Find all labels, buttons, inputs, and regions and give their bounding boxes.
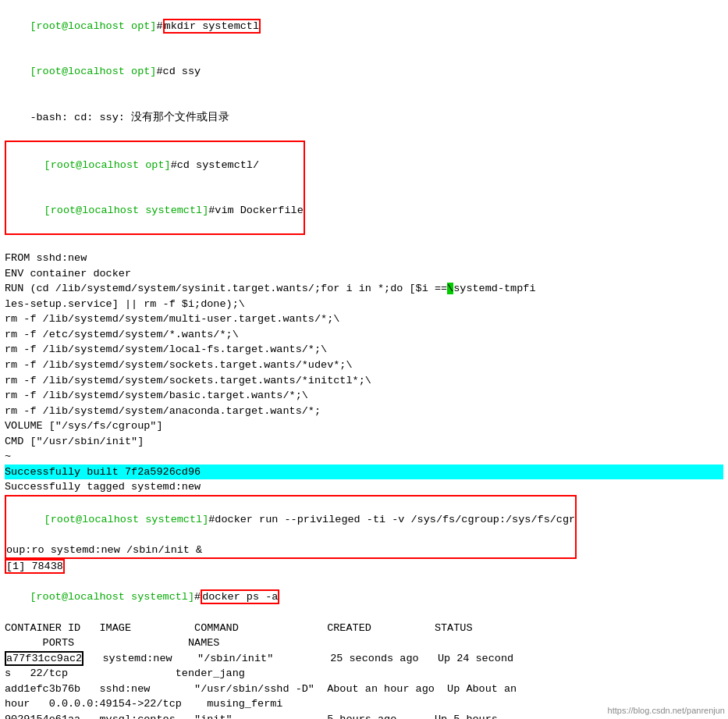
line-success-tagged: Successfully tagged systemd:new: [5, 479, 723, 495]
line-error: -bash: cd: ssy: 没有那个文件或目录: [5, 94, 723, 141]
line-docker-run1: [root@localhost systemctl]#docker run --…: [6, 497, 575, 543]
job-number-box: [1] 78438: [5, 559, 65, 574]
docker-ps-cmd: docker ps -a: [201, 589, 279, 604]
line-cd-systemctl: [root@localhost opt]#cd systemctl/: [6, 142, 304, 188]
dockerfile-rm4: rm -f /lib/systemd/system/sockets.target…: [5, 358, 723, 373]
dockerfile-env: ENV container docker: [5, 266, 723, 282]
table-row-1a: a77f31cc9ac2 systemd:new "/sbin/init" 25…: [5, 651, 723, 667]
highlight-backslash: \: [447, 283, 453, 294]
boxed-docker-run: [root@localhost systemctl]#docker run --…: [5, 495, 577, 559]
cmd-mkdir: mkdir systemctl: [163, 19, 261, 34]
dockerfile-tilde: ~: [5, 449, 723, 465]
container-id-1: a77f31cc9ac2: [5, 651, 83, 666]
table-row-2a: add1efc3b76b sshd:new "/usr/sbin/sshd -D…: [5, 682, 723, 697]
line-success-built: Successfully built 7f2a5926cd96: [5, 465, 723, 480]
dockerfile-from: FROM sshd:new: [5, 251, 723, 266]
dockerfile-rm1: rm -f /lib/systemd/system/multi-user.tar…: [5, 311, 723, 327]
blank-line: [5, 235, 723, 251]
dockerfile-rm7: rm -f /lib/systemd/system/anaconda.targe…: [5, 404, 723, 419]
dockerfile-run2: les-setup.service] || rm -f $i;done);\: [5, 297, 723, 312]
line-mkdir: [root@localhost opt]#mkdir systemctl: [5, 3, 723, 49]
dockerfile-rm3: rm -f /lib/systemd/system/local-fs.targe…: [5, 342, 723, 358]
dockerfile-rm2: rm -f /etc/systemd/system/*.wants/*;\: [5, 327, 723, 343]
dockerfile-cmd: CMD ["/usr/sbin/init"]: [5, 434, 723, 450]
dockerfile-run1: RUN (cd /lib/systemd/system/sysinit.targ…: [5, 281, 723, 297]
prompt-1: [root@localhost opt]: [30, 20, 156, 32]
table-row-1b: s 22/tcp tender_jang: [5, 666, 723, 682]
line-cd-ssy: [root@localhost opt]#cd ssy: [5, 49, 723, 95]
table-header-row2: PORTS NAMES: [5, 635, 723, 651]
watermark: https://blog.csdn.net/panrenjun: [608, 705, 725, 717]
dockerfile-rm6: rm -f /lib/systemd/system/basic.target.w…: [5, 388, 723, 404]
line-docker-run2: oup:ro systemd:new /sbin/init &: [6, 543, 575, 558]
line-job: [1] 78438: [5, 559, 723, 575]
dockerfile-rm5: rm -f /lib/systemd/system/sockets.target…: [5, 373, 723, 389]
line-docker-ps: [root@localhost systemctl]#docker ps -a: [5, 575, 723, 621]
terminal: [root@localhost opt]#mkdir systemctl [ro…: [0, 0, 728, 719]
table-header-row: CONTAINER ID IMAGE COMMAND CREATED STATU…: [5, 621, 723, 636]
boxed-cd-vim: [root@localhost opt]#cd systemctl/ [root…: [5, 141, 305, 235]
line-vim: [root@localhost systemctl]#vim Dockerfil…: [6, 188, 304, 234]
dockerfile-volume: VOLUME ["/sys/fs/cgroup"]: [5, 418, 723, 434]
